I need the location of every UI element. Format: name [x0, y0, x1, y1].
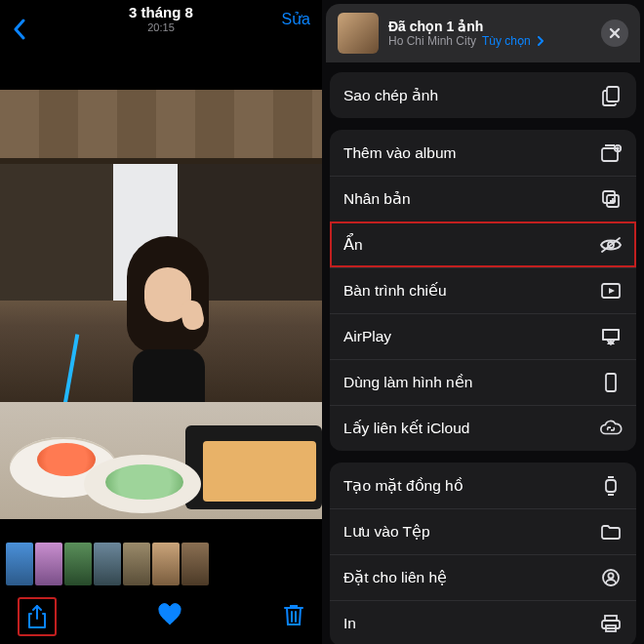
share-sheet-header: Đã chọn 1 ảnh Ho Chi Minh City Tùy chọn [326, 4, 640, 62]
action-label: Sao chép ảnh [343, 87, 438, 104]
action-icloud-link[interactable]: Lấy liên kết iCloud [330, 405, 636, 451]
svg-rect-29 [602, 621, 620, 628]
action-label: Lấy liên kết iCloud [343, 420, 469, 437]
svg-point-27 [608, 573, 613, 578]
action-label: AirPlay [343, 328, 391, 345]
contact-icon [599, 566, 623, 589]
action-label: In [343, 615, 356, 632]
copy-icon [599, 84, 623, 107]
actions-group-1: Sao chép ảnh [330, 72, 636, 118]
duplicate-icon [599, 187, 623, 211]
action-label: Lưu vào Tệp [343, 523, 430, 541]
favorite-button[interactable] [157, 603, 182, 630]
svg-rect-23 [606, 480, 616, 492]
photos-detail-screen: 3 tháng 8 20:15 Sửa [0, 0, 322, 644]
back-button[interactable] [10, 15, 29, 44]
photo-viewport[interactable] [0, 90, 322, 519]
photo-time: 20:15 [0, 21, 322, 33]
thumbnail[interactable] [35, 543, 62, 585]
share-preview-thumb [338, 13, 379, 54]
phone-rect-icon [599, 371, 623, 394]
action-label: Đặt cho liên hệ [343, 569, 447, 586]
action-label: Dùng làm hình nền [343, 374, 472, 391]
photo-date: 3 tháng 8 [0, 4, 322, 20]
action-hide[interactable]: Ẩn [330, 221, 636, 267]
share-sheet-screen: Đã chọn 1 ảnh Ho Chi Minh City Tùy chọn … [322, 0, 644, 644]
thumbnail[interactable] [152, 543, 180, 585]
detail-toolbar [0, 589, 322, 644]
action-save-to-files[interactable]: Lưu vào Tệp [330, 508, 636, 554]
watch-icon [599, 474, 623, 498]
hide-icon [599, 233, 623, 257]
share-button[interactable] [18, 597, 57, 636]
thumbnail-strip[interactable] [0, 539, 322, 589]
airplay-icon [599, 325, 623, 348]
play-rect-icon [599, 279, 623, 302]
action-wallpaper[interactable]: Dùng làm hình nền [330, 359, 636, 405]
detail-topbar: 3 tháng 8 20:15 Sửa [0, 0, 322, 53]
action-assign-contact[interactable]: Đặt cho liên hệ [330, 554, 636, 600]
close-button[interactable] [601, 20, 628, 47]
action-copy-photo[interactable]: Sao chép ảnh [330, 72, 636, 118]
svg-marker-19 [609, 288, 615, 294]
share-header-text: Đã chọn 1 ảnh Ho Chi Minh City Tùy chọn [388, 19, 591, 48]
album-plus-icon [599, 141, 623, 165]
action-watch-face[interactable]: Tạo mặt đồng hồ [330, 463, 636, 508]
printer-icon [599, 612, 623, 635]
photo-title-block: 3 tháng 8 20:15 [0, 4, 322, 33]
trash-button[interactable] [283, 603, 304, 630]
chevron-right-icon [537, 36, 544, 46]
actions-group-3: Tạo mặt đồng hồ Lưu vào Tệp Đặt cho liên… [330, 463, 636, 644]
folder-icon [599, 520, 623, 543]
share-title: Đã chọn 1 ảnh [388, 19, 591, 34]
thumbnail[interactable] [181, 543, 209, 585]
action-duplicate[interactable]: Nhân bản [330, 176, 636, 221]
action-slideshow[interactable]: Bàn trình chiếu [330, 267, 636, 313]
share-options-link[interactable]: Tùy chọn [482, 34, 531, 48]
cloud-link-icon [599, 417, 623, 440]
actions-group-2: Thêm vào album Nhân bản Ẩn Bàn trình chi… [330, 130, 636, 451]
svg-rect-22 [606, 374, 616, 391]
action-add-to-album[interactable]: Thêm vào album [330, 130, 636, 176]
action-airplay[interactable]: AirPlay [330, 313, 636, 359]
action-print[interactable]: In [330, 600, 636, 644]
edit-button[interactable]: Sửa [281, 10, 310, 28]
thumbnail[interactable] [6, 543, 33, 585]
svg-rect-6 [607, 87, 619, 101]
action-label: Bàn trình chiếu [343, 282, 447, 300]
thumbnail[interactable] [94, 543, 121, 585]
share-location: Ho Chi Minh City [388, 34, 476, 48]
thumbnail[interactable] [64, 543, 92, 585]
thumbnail[interactable] [123, 543, 150, 585]
action-label: Thêm vào album [343, 144, 456, 162]
action-label: Tạo mặt đồng hồ [343, 477, 463, 495]
svg-rect-21 [603, 330, 619, 340]
action-label: Ẩn [343, 236, 363, 254]
action-label: Nhân bản [343, 190, 411, 208]
